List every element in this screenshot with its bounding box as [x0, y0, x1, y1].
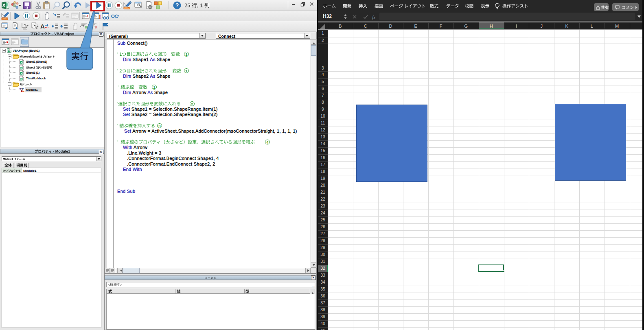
svg-text:fx: fx: [372, 15, 376, 20]
svg-text:?: ?: [175, 2, 179, 9]
svg-text:A: A: [40, 23, 45, 30]
